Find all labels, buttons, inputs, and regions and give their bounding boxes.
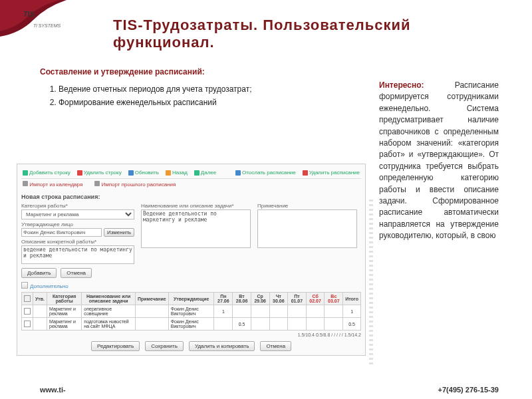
decorative-dots [369, 200, 373, 366]
select-all-checkbox[interactable] [24, 295, 31, 302]
row-checkbox[interactable] [24, 321, 31, 327]
schedule-table: Утв. Категория работы Наименование или о… [21, 292, 361, 331]
change-approver-button[interactable]: Изменить [104, 228, 134, 237]
section-heading: Составление и утверждение расписаний: [40, 66, 366, 78]
delete-row-button[interactable]: Удалить строку [77, 170, 122, 176]
approver-input[interactable] [21, 228, 102, 237]
footer-phone: +7(495) 276-15-39 [438, 386, 499, 394]
description-label: Наименование или описание задачи* [141, 203, 251, 209]
col-sun: Вс 03.07 [325, 293, 343, 305]
object-textarea[interactable]: ведение деятельности по маркетингу и рек… [21, 245, 134, 264]
sidebar-label: Интересно: [379, 80, 424, 90]
list-item: Формирование еженедельных расписаний [59, 96, 366, 108]
approver-label: Утверждающее лицо [21, 221, 134, 227]
refresh-button[interactable]: Обновить [128, 170, 159, 176]
category-select[interactable]: Маркетинг и реклама [21, 209, 134, 219]
col-mon: Пн 27.06 [214, 293, 233, 305]
page-title: TIS-Трудозатраты. Пользовательский функц… [113, 17, 485, 51]
col-thu: Чт 30.06 [269, 293, 288, 305]
import-calendar-link[interactable]: Импорт из календаря [23, 181, 82, 188]
send-schedule-button[interactable]: Отослать расписание [235, 170, 296, 176]
save-button[interactable]: Сохранить [145, 341, 184, 351]
sidebar-body: Расписание формируется сотрудниками ежен… [379, 80, 499, 240]
cancel-bottom-button[interactable]: Отмена [260, 341, 291, 351]
col-sat: Сб 02.07 [306, 293, 325, 305]
left-column: Составление и утверждение расписаний: Ве… [40, 66, 366, 110]
app-screenshot: Добавить строку Удалить строку Обновить … [17, 164, 366, 356]
section-list: Ведение отчетных периодов для учета труд… [59, 83, 366, 108]
col-tue: Вт 28.06 [233, 293, 251, 305]
header-swoosh [0, 0, 86, 43]
logo-text: TiS [23, 10, 35, 18]
toolbar: Добавить строку Удалить строку Обновить … [21, 167, 361, 179]
note-label: Примечание [257, 203, 357, 209]
col-fri: Пт 01.07 [288, 293, 307, 305]
description-textarea[interactable]: Ведение деятельности по маркетингу и рек… [141, 209, 251, 248]
additional-toggle[interactable]: Дополнительно [21, 282, 361, 289]
row-checkbox[interactable] [24, 308, 31, 315]
sidebar-note: Интересно: Расписание формируется сотруд… [379, 80, 499, 241]
col-approver: Утверждающие [168, 293, 214, 305]
table-row[interactable]: Маркетинг и реклама оперативное совещани… [22, 305, 361, 318]
add-button[interactable]: Добавить [21, 268, 57, 278]
cancel-button[interactable]: Отмена [61, 268, 92, 278]
import-previous-link[interactable]: Импорт прошлого расписания [94, 181, 176, 188]
back-button[interactable]: Назад [166, 170, 188, 176]
col-category: Категория работы [47, 293, 82, 305]
delete-copy-button[interactable]: Удалить и копировать [189, 341, 255, 351]
list-item: Ведение отчетных периодов для учета труд… [59, 83, 366, 95]
table-row[interactable]: Маркетинг и реклама подготовка новостей … [22, 318, 361, 331]
next-button[interactable]: Далее [194, 170, 216, 176]
form-section-title: Новая строка расписания: [21, 194, 361, 200]
edit-button[interactable]: Редактировать [91, 341, 140, 351]
object-label: Описание конкретной работы* [21, 239, 134, 245]
add-row-button[interactable]: Добавить строку [23, 170, 70, 176]
note-textarea[interactable] [257, 209, 357, 248]
logo-subtitle: Ti SYSTEMS [33, 23, 61, 28]
col-description: Наименование или описание задачи [82, 293, 136, 305]
col-wed: Ср 29.06 [251, 293, 269, 305]
col-note: Примечание [135, 293, 168, 305]
col-total: Итого [343, 293, 361, 305]
table-pager: 1.5/10.4 0.5/8.8 / / / / / 1.5/14.2 [21, 332, 361, 337]
footer-site: www.ti- [40, 386, 66, 394]
col-approve: Утв. [33, 293, 47, 305]
category-label: Категория работы* [21, 203, 134, 209]
import-row: Импорт из календаря Импорт прошлого расп… [21, 179, 361, 190]
table-header-row: Утв. Категория работы Наименование или о… [22, 293, 361, 305]
delete-schedule-button[interactable]: Удалить расписание [303, 170, 360, 176]
